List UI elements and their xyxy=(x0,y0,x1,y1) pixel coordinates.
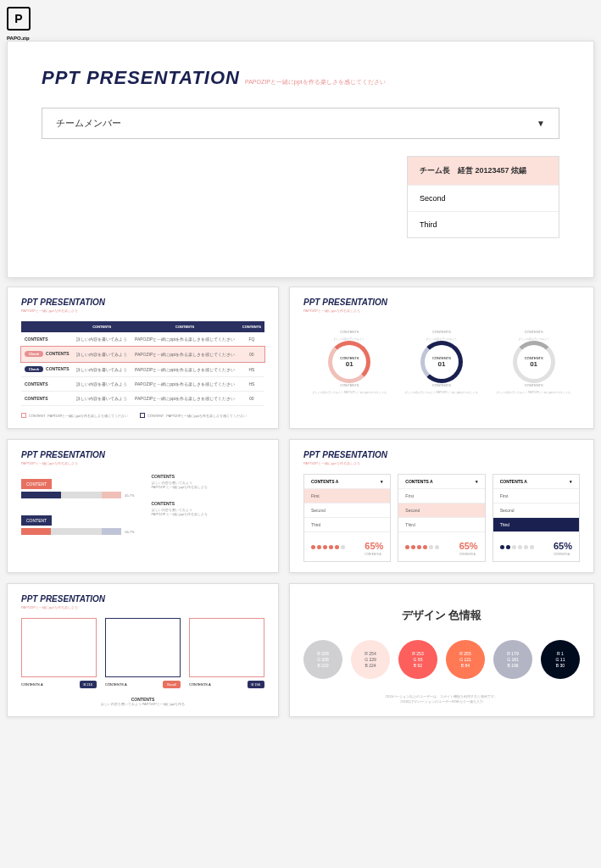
table-row: CONTENTS詳しい内容を書いてみようPAPOZIPと一緒にpptを作る楽しさ… xyxy=(21,392,264,406)
thumb-title: PPT PRESENTATION xyxy=(303,298,580,307)
progress-ring-icon: CONTENTS01 xyxy=(328,341,370,383)
logo-mark: P xyxy=(7,7,31,31)
thumb-bars: PPT PRESENTATION PAPOZIPと一緒にpptを作る楽しさを C… xyxy=(7,439,279,573)
thumb-subtitle: PAPOZIPと一緒にpptを作る楽しさを xyxy=(303,461,580,465)
bar-row: CONTENT 45.7% xyxy=(21,474,135,498)
circle-stat: CONTENTS 詳しい内容を書いてみよう CONTENTS01 CONTENT… xyxy=(313,330,387,394)
thumb-title: PPT PRESENTATION xyxy=(21,594,264,604)
table-row: CONTENTS詳しい内容を書いてみようPAPOZIPと一緒にpptを作る楽しさ… xyxy=(21,377,264,392)
color-swatch: R 254G 229B 224 xyxy=(351,640,390,679)
thumb-subtitle: PAPOZIPと一緒にpptを作る楽しさを xyxy=(21,605,264,609)
chevron-down-icon: ▾ xyxy=(476,479,478,484)
progress-ring-icon: CONTENTS01 xyxy=(420,341,463,383)
team-dropdown[interactable]: チームメンバー ▼ xyxy=(42,108,559,139)
thumb-table: PPT PRESENTATION PAPOZIPと一緒にpptを作る楽しさを C… xyxy=(7,287,279,429)
color-notes: 2013バージョン以上のユーザーは、スポイト機能を利用すると便利です。 2010… xyxy=(303,694,580,705)
thumb-title: PPT PRESENTATION xyxy=(21,450,264,459)
dropdown-menu: チーム長 経営 20123457 炫錫 Second Third xyxy=(407,156,559,238)
frame-card: CONTENTS AB 196 xyxy=(189,618,264,688)
color-swatches: R 208G 208B 210 R 254G 229B 224 R 253G 9… xyxy=(303,640,580,679)
dropdown-label: チームメンバー xyxy=(56,117,121,130)
slide-title: PPT PRESENTATION xyxy=(42,67,240,89)
thumb-subtitle: PAPOZIPと一緒にpptを作る楽しさを xyxy=(21,461,264,465)
color-swatch: R 255G 121B 84 xyxy=(446,640,485,679)
card: CONTENTS A▾ First Second Third 65%CONTEN… xyxy=(492,474,580,562)
menu-item[interactable]: チーム長 経営 20123457 炫錫 xyxy=(408,157,559,186)
content-table: CONTENTSCONTENTSCONTENTS CONTENTS詳しい内容を書… xyxy=(21,321,264,406)
thumb-subtitle: PAPOZIPと一緒にpptを作る楽しさを xyxy=(21,309,264,313)
thumb-circles: PPT PRESENTATION PAPOZIPと一緒にpptを作る楽しさを C… xyxy=(289,287,594,429)
thumb-title: PPT PRESENTATION xyxy=(303,450,580,459)
progress-ring-icon: CONTENTS01 xyxy=(513,341,555,383)
color-swatch: R 253G 95B 92 xyxy=(398,640,437,679)
thumb-frames: PPT PRESENTATION PAPOZIPと一緒にpptを作る楽しさを C… xyxy=(7,583,279,717)
chevron-down-icon: ▼ xyxy=(537,119,545,128)
thumb-colors: デザイン 色情報 R 208G 208B 210 R 254G 229B 224… xyxy=(289,583,594,717)
dots-icon xyxy=(500,545,534,549)
dots-icon xyxy=(405,545,439,549)
frame-card: CONTENTS AGood! xyxy=(105,618,181,688)
bar-row: CONTENT 56.7% xyxy=(21,510,135,535)
card: CONTENTS A▾ First Second Third 65%CONTEN… xyxy=(303,474,391,562)
dots-icon xyxy=(311,545,345,549)
main-slide: PPT PRESENTATION PAPOZIPと一緒にpptを作る楽しさを感じ… xyxy=(7,41,594,278)
thumb-cards: PPT PRESENTATION PAPOZIPと一緒にpptを作る楽しさを C… xyxy=(289,439,594,573)
circle-stat: CONTENTS 詳しい内容を書いてみよう CONTENTS01 CONTENT… xyxy=(497,330,570,394)
menu-item[interactable]: Second xyxy=(408,186,559,212)
colors-title: デザイン 色情報 xyxy=(303,608,580,623)
color-swatch: R 179G 181B 196 xyxy=(493,640,532,679)
thumb-title: PPT PRESENTATION xyxy=(21,298,264,307)
circle-stat: CONTENTS 詳しい内容を書いてみよう CONTENTS01 CONTENT… xyxy=(405,330,479,394)
table-row: CONTENTS詳しい内容を書いてみようPAPOZIPと一緒にpptを作る楽しさ… xyxy=(21,332,264,347)
chevron-down-icon: ▾ xyxy=(570,479,572,484)
table-row: CheckCONTENTS詳しい内容を書いてみようPAPOZIPと一緒にpptを… xyxy=(21,362,264,377)
menu-item[interactable]: Third xyxy=(408,212,559,237)
color-swatch: R 1G 11B 30 xyxy=(541,640,580,679)
frame-card: CONTENTS AB 210 xyxy=(21,618,97,688)
slide-subtitle: PAPOZIPと一緒にpptを作る楽しさを感じてください xyxy=(245,78,386,86)
table-legend: CONTENT PAPOZIPと一緒にpptを作る楽しさを感じてください CON… xyxy=(21,413,264,418)
card: CONTENTS A▾ First Second Third 65%CONTEN… xyxy=(398,474,485,562)
table-row: CheckCONTENTS詳しい内容を書いてみようPAPOZIPと一緒にpptを… xyxy=(21,347,264,362)
chevron-down-icon: ▾ xyxy=(381,479,383,484)
color-swatch: R 208G 208B 210 xyxy=(303,640,342,679)
thumb-subtitle: PAPOZIPと一緒にpptを作る楽しさを xyxy=(303,309,580,313)
